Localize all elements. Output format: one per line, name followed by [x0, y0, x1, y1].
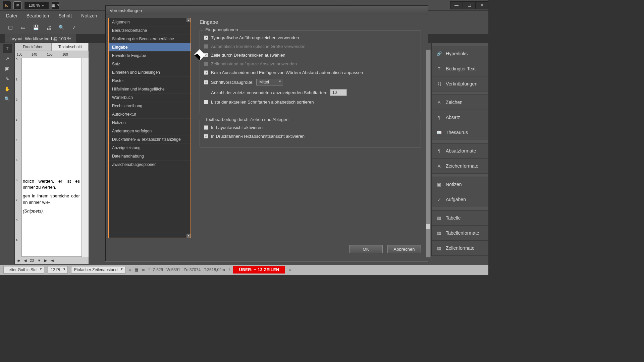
category-list[interactable]: ▲ AllgemeinBenutzeroberflächeSkalierung … — [108, 18, 191, 238]
label-triple-click: Zeile durch Dreifachklicken auswählen — [211, 53, 285, 58]
category-item[interactable]: Notizen — [109, 119, 191, 127]
save-icon[interactable]: 💾 — [32, 24, 40, 31]
page-content[interactable] — [21, 58, 82, 257]
next-page-icon[interactable]: ▶ — [44, 258, 47, 263]
category-item[interactable]: Autokorrektur — [109, 110, 191, 119]
category-item[interactable]: Benutzeroberfläche — [109, 26, 191, 35]
mode-tab-galley[interactable]: Druckfahne — [15, 43, 52, 51]
panel-absatzformate[interactable]: ¶Absatzformate — [432, 143, 488, 159]
list-icon[interactable]: ≣ — [142, 267, 145, 272]
status-leading-select[interactable]: Einfacher Zeilenabstand — [71, 266, 125, 274]
category-item[interactable]: Einheiten und Einteilungen — [109, 68, 191, 77]
position-tool-icon[interactable]: ↗ — [3, 54, 12, 63]
view-mode-button[interactable]: ▦▼ — [52, 1, 60, 9]
checkbox-layout-view[interactable] — [204, 125, 208, 130]
panel-verknüpfungen[interactable]: ⛓Verknüpfungen — [432, 76, 488, 92]
vertical-scrollbar[interactable] — [426, 50, 431, 257]
new-icon[interactable]: ▢ — [7, 24, 14, 31]
close-button[interactable]: ✕ — [476, 1, 488, 9]
spellcheck-icon[interactable]: ✓ — [70, 24, 78, 31]
label-layout-view: In Layoutansicht aktivieren — [211, 125, 263, 130]
panel-tabellenformate[interactable]: ▦Tabellenformate — [432, 226, 488, 241]
align-icon[interactable]: ≡ — [129, 267, 131, 272]
menu-bearbeiten[interactable]: Bearbeiten — [22, 11, 53, 20]
last-page-icon[interactable]: ⏭ — [50, 258, 54, 262]
category-item[interactable]: Änderungen verfolgen — [109, 127, 191, 135]
zoom-level[interactable]: 100 %▼ — [24, 2, 49, 9]
print-icon[interactable]: 🖨 — [45, 24, 52, 31]
category-item[interactable]: Hilfslinien und Montagefläche — [109, 85, 191, 94]
status-font-select[interactable]: Letter Gothic Std — [3, 266, 44, 274]
panel-handle[interactable] — [432, 43, 488, 46]
panel-zellenformate[interactable]: ▦Zellenformate — [432, 241, 488, 256]
panel-handle[interactable] — [432, 140, 488, 143]
ok-button[interactable]: OK — [349, 245, 383, 253]
checkbox-sort-alpha[interactable] — [204, 100, 208, 104]
panel-tabelle[interactable]: ▦Tabelle — [432, 210, 488, 226]
category-item[interactable]: Anzeigeleistung — [109, 144, 191, 152]
category-item[interactable]: Rechtschreibung — [109, 102, 191, 110]
menu-icon[interactable]: ≡ — [288, 267, 291, 272]
panel-zeichen[interactable]: AZeichen — [432, 95, 488, 110]
panel-zeichenformate[interactable]: AZeichenformate — [432, 159, 488, 174]
category-item[interactable]: Zwischenablageoptionen — [109, 161, 191, 169]
scroll-up-icon[interactable]: ▲ — [186, 18, 191, 22]
menu-notizen[interactable]: Notizen — [77, 11, 101, 20]
overset-badge[interactable]: ÜBER: ~ 13 ZEILEN — [233, 266, 285, 274]
bridge-badge[interactable]: Br — [13, 1, 21, 9]
category-item[interactable]: Raster — [109, 77, 191, 85]
panel-bedingter-text[interactable]: TBedingter Text — [432, 61, 488, 76]
panel-notizen[interactable]: ▣Notizen — [432, 177, 488, 192]
category-item[interactable]: Satz — [109, 60, 191, 68]
hand-tool-icon[interactable]: ✋ — [3, 84, 12, 93]
panel-aufgaben[interactable]: ✓Aufgaben — [432, 192, 488, 207]
checkbox-font-preview[interactable]: ✓ — [204, 80, 208, 84]
eyedropper-tool-icon[interactable]: ✎ — [3, 74, 12, 83]
panel-handle[interactable] — [432, 174, 488, 177]
zoom-tool-icon[interactable]: 🔍 — [3, 95, 12, 103]
panel-absatz[interactable]: ¶Absatz — [432, 110, 488, 125]
panel-icon: A — [436, 163, 442, 169]
category-item[interactable]: Allgemein — [109, 18, 191, 26]
overset-icon[interactable]: ⟟ — [228, 267, 230, 272]
first-page-icon[interactable]: ⏮ — [17, 258, 20, 262]
menu-schrift[interactable]: Schrift — [54, 11, 76, 20]
panel-icon: ¶ — [436, 148, 442, 154]
category-item[interactable]: Skalierung der Benutzeroberfläche — [109, 35, 191, 43]
panel-hyperlinks[interactable]: 🔗Hyperlinks — [432, 46, 488, 61]
justify-icon[interactable]: ▦ — [135, 267, 138, 272]
scrollbar-thumb[interactable] — [426, 224, 430, 229]
scroll-down-icon[interactable]: ▼ — [186, 234, 191, 238]
status-size-select[interactable]: 12 Pt — [48, 266, 68, 274]
note-tool-icon[interactable]: ▣ — [3, 64, 12, 73]
select-font-preview-size[interactable]: Mittel — [256, 79, 283, 85]
checkbox-typographic-quotes[interactable]: ✓ — [204, 36, 208, 40]
ruler-icon[interactable]: ⟟ — [148, 267, 150, 272]
input-recent-fonts[interactable] — [330, 89, 347, 96]
open-icon[interactable]: ▭ — [19, 24, 27, 31]
type-tool-icon[interactable]: T — [3, 44, 12, 53]
category-item[interactable]: Druckfahnen- & Textabschnittsanzeige — [109, 135, 191, 144]
prev-page-icon[interactable]: ◀ — [24, 258, 26, 263]
panel-handle[interactable] — [432, 92, 488, 95]
search-icon[interactable]: 🔍 — [58, 24, 65, 31]
category-item[interactable]: Erweiterte Eingabe — [109, 52, 191, 60]
panel-handle[interactable] — [432, 207, 488, 210]
maximize-button[interactable]: ☐ — [463, 1, 476, 9]
page-number[interactable]: 23 — [30, 258, 34, 262]
chevron-down-icon: ▼ — [41, 4, 45, 7]
page-dropdown-icon[interactable]: ▼ — [37, 258, 41, 262]
cancel-button[interactable]: Abbrechen — [387, 245, 421, 253]
body-text[interactable]: ndlich werden, er ist es immer zu werfen… — [23, 178, 80, 217]
category-item[interactable]: Dateihandhabung — [109, 152, 191, 161]
checkbox-story-view[interactable]: ✓ — [204, 134, 208, 138]
mode-tab-story[interactable]: Textabschnitt — [52, 43, 89, 51]
document-tab[interactable]: Layout_Workflow.indd @ 100 % — [5, 35, 76, 43]
checkbox-adjust-spacing[interactable]: ✓ — [204, 70, 208, 75]
panel-thesaurus[interactable]: 📖Thesaurus — [432, 125, 488, 140]
menu-datei[interactable]: Datei — [2, 11, 21, 20]
minimize-button[interactable]: — — [450, 1, 463, 9]
page-navigator[interactable]: ⏮ ◀ 23 ▼ ▶ ⏭ — [15, 257, 89, 264]
category-item[interactable]: Wörterbuch — [109, 94, 191, 102]
category-item[interactable]: Eingabe — [109, 43, 191, 52]
